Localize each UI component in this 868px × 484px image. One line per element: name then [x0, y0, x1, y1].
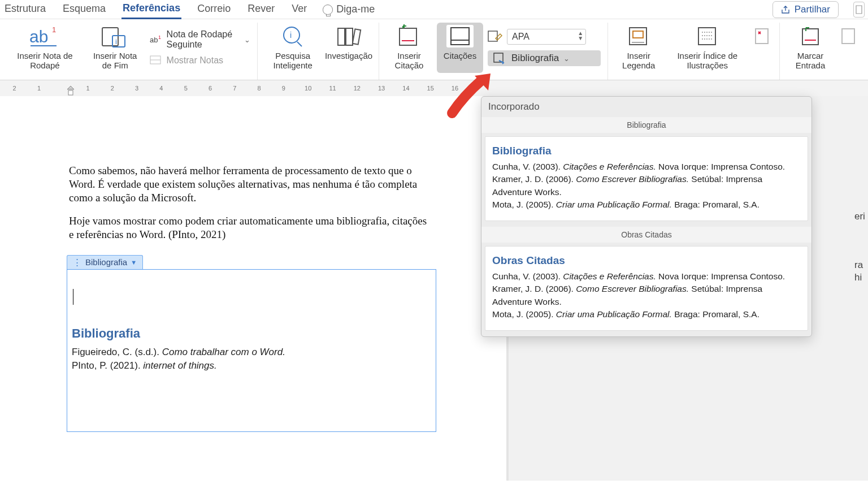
- svg-text:i: i: [115, 37, 117, 46]
- tab-references[interactable]: Referências: [121, 0, 181, 19]
- svg-rect-11: [346, 28, 353, 45]
- dropdown-entry: Cunha, V. (2003). Citações e Referências…: [492, 161, 801, 173]
- citations-button[interactable]: Citações: [437, 23, 483, 73]
- bibliography-dropdown-button[interactable]: Bibliografia ⌄: [488, 50, 601, 66]
- researcher-button[interactable]: Investigação: [326, 23, 372, 73]
- dropdown-entry: Cunha, V. (2003). Citações e Referências…: [492, 270, 801, 283]
- group-citations: Inserir Citação Citações APA ▲▼: [379, 23, 608, 80]
- endnote-icon: i: [101, 25, 129, 49]
- bibliography-entry[interactable]: PInto, P. (2021). internet of things.: [72, 359, 431, 373]
- tab-mail[interactable]: Correio: [196, 1, 232, 18]
- insert-endnote-button[interactable]: i Inserir Nota de Fim: [85, 23, 145, 73]
- share-button[interactable]: Partilhar: [772, 1, 839, 18]
- chevron-down-icon: ⌄: [563, 54, 570, 63]
- group-index: Marcar Entrada: [780, 23, 866, 80]
- bibliography-entry[interactable]: Figueiredo, C. (s.d.). Como trabalhar co…: [72, 345, 431, 359]
- svg-rect-22: [842, 29, 854, 44]
- show-notes-button[interactable]: Mostrar Notas: [150, 55, 251, 66]
- ribbon: ab1 Inserir Nota de Rodapé i Inserir Not…: [0, 19, 868, 80]
- citation-style-select[interactable]: APA ▲▼: [507, 29, 586, 45]
- ruler-tick: 12: [345, 85, 369, 92]
- svg-rect-23: [68, 90, 73, 95]
- red-arrow-annotation: [446, 74, 497, 119]
- tab-structure[interactable]: Estrutura: [3, 1, 47, 18]
- grip-icon: ⋮: [73, 257, 82, 267]
- ruler-tick: 14: [394, 85, 418, 92]
- mark-entry-icon: [799, 25, 822, 49]
- dropdown-entry: Mota, J. (2005). Criar uma Publicação Fo…: [492, 308, 801, 321]
- tab-view[interactable]: Ver: [290, 1, 308, 18]
- dropdown-section-label: Bibliografia: [481, 117, 811, 133]
- document-area: Como sabemos, não haverá melhor ferramen…: [0, 96, 868, 481]
- group-research: i Pesquisa Inteligente Investigação: [258, 23, 379, 80]
- horizontal-ruler[interactable]: 2112345678910111213141516: [0, 80, 868, 96]
- paragraph-2[interactable]: Hoje vamos mostrar como podem criar auto…: [69, 214, 431, 241]
- chevron-down-icon: ⌄: [244, 36, 250, 44]
- update-table-button[interactable]: [752, 23, 772, 73]
- tab-review[interactable]: Rever: [246, 1, 276, 18]
- ruler-tick: 1: [76, 85, 100, 92]
- insert-index-button[interactable]: [839, 23, 859, 73]
- dropdown-entry: Mota, J. (2005). Criar uma Publicação Fo…: [492, 198, 801, 211]
- dropdown-section-label: Obras Citadas: [481, 227, 811, 243]
- svg-rect-12: [353, 29, 361, 44]
- indent-marker-icon[interactable]: [67, 86, 73, 94]
- dropdown-bibliography-option[interactable]: Obras CitadasCunha, V. (2003). Citações …: [485, 246, 808, 331]
- dropdown-card-title: Bibliografia: [492, 145, 801, 157]
- share-icon: [781, 5, 790, 14]
- group-captions: Inserir Legenda Inserir Índice de Ilustr…: [608, 23, 780, 80]
- show-notes-icon: [150, 55, 162, 66]
- bibliography-field-tab[interactable]: ⋮ Bibliografia ▼: [67, 255, 143, 269]
- magnifier-icon: i: [280, 25, 305, 49]
- bibliography-icon: [493, 53, 507, 64]
- mark-entry-button[interactable]: Marcar Entrada: [787, 23, 834, 73]
- smart-lookup-label: Pesquisa Inteligente: [267, 51, 319, 71]
- ruler-tick: 8: [247, 85, 271, 92]
- tab-strip: Estrutura Esquema Referências Correio Re…: [0, 0, 868, 19]
- ruler-tick: 9: [271, 85, 296, 92]
- caption-icon: [627, 25, 650, 49]
- bibliography-field[interactable]: ⋮ Bibliografia ▼ Bibliografia Figueiredo…: [67, 255, 436, 432]
- paragraph-1[interactable]: Como sabemos, não haverá melhor ferramen…: [69, 164, 431, 204]
- ruler-tick: 13: [369, 85, 393, 92]
- svg-rect-19: [698, 28, 715, 45]
- insert-table-figures-button[interactable]: Inserir Índice de Ilustrações: [667, 23, 748, 73]
- bibliography-field-tab-label: Bibliografia: [85, 257, 127, 267]
- text-cursor: [73, 289, 73, 305]
- ruler-tick: 10: [296, 85, 320, 92]
- tab-scheme[interactable]: Esquema: [62, 1, 107, 18]
- insert-citation-button[interactable]: Inserir Citação: [386, 23, 432, 73]
- group-footnotes: ab1 Inserir Nota de Rodapé i Inserir Not…: [2, 23, 258, 80]
- dropdown-entry: Kramer, J. D. (2006). Como Escrever Bibl…: [492, 173, 801, 198]
- bibliography-field-content[interactable]: Bibliografia Figueiredo, C. (s.d.). Como…: [67, 269, 436, 432]
- insert-footnote-button[interactable]: ab1 Inserir Nota de Rodapé: [9, 23, 81, 73]
- dropdown-header: Incorporado: [481, 97, 811, 117]
- overflow-button[interactable]: [853, 2, 865, 18]
- ruler-tick: 11: [320, 85, 345, 92]
- tell-me-label: Diga-me: [336, 3, 375, 15]
- mark-entry-label: Marcar Entrada: [789, 51, 832, 71]
- next-footnote-button[interactable]: ab1 Nota de Rodapé Seguinte ⌄: [150, 29, 251, 50]
- ruler-tick: 15: [418, 85, 442, 92]
- body-text[interactable]: Como sabemos, não haverá melhor ferramen…: [69, 164, 431, 241]
- svg-rect-18: [633, 31, 643, 38]
- style-pencil-icon: [488, 31, 502, 43]
- spinner-icon: ▲▼: [578, 31, 583, 41]
- insert-caption-button[interactable]: Inserir Legenda: [615, 23, 662, 73]
- svg-text:ab: ab: [29, 27, 48, 46]
- books-icon: [336, 25, 362, 49]
- svg-text:1: 1: [52, 25, 56, 34]
- tell-me[interactable]: Diga-me: [323, 3, 375, 15]
- document-page[interactable]: Como sabemos, não haverá melhor ferramen…: [0, 96, 509, 481]
- svg-rect-15: [488, 31, 497, 41]
- insert-endnote-label: Inserir Nota de Fim: [88, 51, 143, 71]
- citations-label: Citações: [444, 51, 476, 60]
- insert-citation-icon: [396, 25, 422, 49]
- dropdown-bibliography-option[interactable]: BibliografiaCunha, V. (2003). Citações e…: [485, 136, 808, 221]
- next-footnote-icon: ab1: [150, 34, 162, 45]
- researcher-label: Investigação: [325, 51, 372, 60]
- insert-citation-label: Inserir Citação: [388, 51, 430, 71]
- svg-rect-14: [451, 28, 469, 45]
- smart-lookup-button[interactable]: i Pesquisa Inteligente: [264, 23, 321, 73]
- triangle-down-icon: ▼: [131, 259, 137, 266]
